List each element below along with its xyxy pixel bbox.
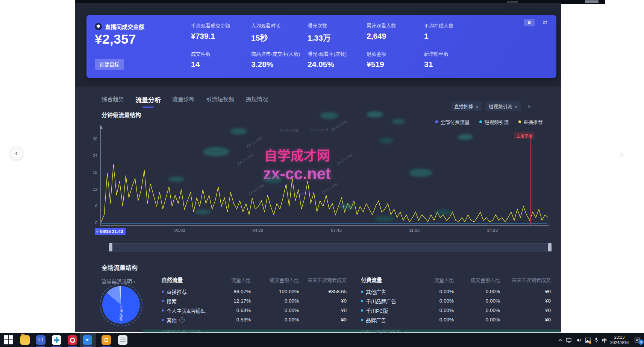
legend-dot-icon [435, 120, 438, 123]
banner-metric: 千次观看成交金额¥739.1 [191, 22, 247, 41]
channel-name: 其他 [167, 316, 177, 324]
chip-label: 直播推荐 [454, 104, 473, 110]
slider-right-handle[interactable] [548, 243, 552, 251]
table-cell-value: 0.00% [454, 289, 500, 294]
tab-综合趋势[interactable]: 综合趋势 [102, 95, 124, 105]
channel-name: 直播推荐 [167, 288, 187, 295]
col-header: 成交金额占比 [251, 276, 299, 283]
running-indicator [102, 346, 111, 347]
x-tick-label: 14:23 [481, 228, 504, 233]
table-cell-value: ¥0 [299, 298, 347, 304]
channel-dot-icon [162, 309, 164, 312]
notepad-icon[interactable] [118, 335, 127, 345]
table-cell-value: 0.63% [223, 307, 251, 313]
censor-smudge [392, 119, 405, 124]
col-header: 流量占比 [426, 276, 454, 283]
metric-value: 3.28% [251, 60, 308, 69]
paid-table-title: 付费流量 [361, 276, 426, 283]
channel-dot-icon [162, 319, 164, 321]
paid-traffic-table: 付费流量 流量占比 成交金额占比 带来千次观看成交 其他广告0.00%0.00%… [361, 275, 551, 335]
l1-app-icon[interactable]: L1 [36, 335, 45, 345]
legend-dot-icon [479, 120, 482, 123]
minute-chart-svg [100, 124, 549, 227]
chip-close-icon[interactable]: ✕ [475, 105, 479, 109]
tab-流量诊断[interactable]: 流量诊断 [172, 95, 195, 105]
table-cell-value: 0.00% [454, 317, 500, 323]
slider-left-handle[interactable] [109, 243, 112, 251]
censor-strip [143, 330, 560, 332]
time-range-slider[interactable] [109, 243, 552, 252]
table-row: 千川PC版0.00%0.00%¥0 [361, 306, 551, 315]
channel-name: 千川PC版 [366, 307, 388, 314]
banner-settings-gear-icon[interactable]: ⚙ [524, 19, 535, 26]
banner-title: 直播间成交金额 [105, 23, 144, 30]
filter-chip-short-video[interactable]: 短视频引流✕ [485, 102, 521, 111]
tab-违规情况[interactable]: 违规情况 [245, 95, 268, 105]
file-explorer-icon[interactable] [20, 335, 30, 345]
tab-引流短视频[interactable]: 引流短视频 [206, 95, 234, 105]
metric-value: ¥519 [367, 60, 423, 69]
metric-value: 1 [424, 32, 480, 41]
create-goal-button[interactable]: 创建目标 [95, 59, 124, 70]
table-cell-value: ¥0 [500, 298, 551, 304]
channel-dot-icon [361, 309, 363, 312]
clock[interactable]: 23:13 2024/8/16 [610, 335, 629, 345]
running-indicator [83, 346, 92, 347]
orange-app-icon[interactable] [102, 335, 111, 345]
cursor-app-icon[interactable]: ➤ [83, 335, 92, 345]
channel-dot-icon [162, 291, 164, 293]
gmv-banner: 直播间成交金额 ¥2,357 创建目标 ⚙ ⇄ 千次观看成交金额¥739.1人均… [86, 15, 556, 78]
tab-流量分析[interactable]: 流量分析 [135, 95, 161, 107]
table-cell-value: 0.00% [251, 307, 299, 313]
banner-metric: 商品点击-成交率(人数)3.28% [251, 50, 308, 69]
chip-close-icon[interactable]: ✕ [514, 105, 518, 109]
prev-page-button[interactable]: ‹ [10, 147, 23, 160]
ime-language-indicator[interactable]: 中 [602, 336, 607, 344]
notification-count-badge: 3 [638, 339, 644, 345]
table-cell-value: 0.00% [426, 298, 454, 304]
table-cell-value: ¥0 [299, 317, 347, 323]
plus-app-icon[interactable] [52, 335, 61, 345]
microphone-icon[interactable] [594, 337, 599, 343]
metric-label: 累计观看人数 [367, 22, 423, 29]
start-button[interactable] [4, 335, 13, 344]
banner-metric: 曝光-观看率(次数)24.05% [308, 50, 364, 69]
banner-swap-icon[interactable]: ⇄ [543, 19, 547, 25]
running-indicator [36, 346, 45, 347]
tray-expand-chevron-icon[interactable] [558, 338, 563, 343]
banner-metric: 新增粉丝数31 [424, 50, 480, 69]
filter-chip-live-recommend[interactable]: 直播推荐✕ [451, 102, 482, 111]
table-cell-value: 0.00% [426, 289, 454, 294]
metric-label: 千次观看成交金额 [191, 22, 247, 29]
banner-metric: 平均在线人数1 [424, 22, 480, 41]
info-icon[interactable]: ? [179, 317, 185, 323]
col-header: 流量占比 [223, 276, 251, 283]
channel-dot-icon [361, 291, 363, 293]
red-ring-app-icon[interactable] [68, 335, 77, 345]
table-row: 其他广告0.00%0.00%¥0 [361, 287, 551, 296]
x-axis-start-drag-label[interactable]: 08/15 21:43 [95, 228, 126, 235]
table-cell-value: 0.00% [454, 307, 500, 313]
censor-smudge [367, 111, 383, 117]
metric-label: 成交件数 [191, 50, 247, 57]
table-row: 个人主页&店铺&..0.63%0.00%¥0 [162, 306, 347, 315]
donut-center-label: 直播推荐 [119, 305, 124, 321]
chevron-down-icon[interactable]: ∨ [527, 104, 531, 109]
volume-icon[interactable] [576, 338, 582, 343]
tray-time: 23:13 [614, 335, 625, 339]
next-page-chevron-icon[interactable]: › [620, 148, 623, 160]
table-cell-value: 0.00% [454, 298, 500, 304]
notification-center-icon[interactable]: 3 [634, 337, 641, 343]
table-row: 其他?0.53%0.00%¥0 [162, 315, 347, 324]
photo-app-icon[interactable] [585, 338, 591, 343]
banner-metric: 退款金额¥519 [367, 50, 423, 69]
chip-label: 短视频引流 [488, 104, 512, 110]
channel-name: 个人主页&店铺&.. [167, 307, 207, 314]
channel-dot-icon [361, 319, 363, 321]
banner-metric: 曝光次数1.33万 [308, 22, 364, 43]
network-icon[interactable] [566, 338, 573, 343]
gmv-amount: ¥2,357 [95, 32, 136, 47]
table-cell-value: 0.53% [223, 317, 251, 323]
metric-value: 2,649 [367, 32, 423, 41]
x-tick-label: 04:23 [247, 228, 269, 233]
